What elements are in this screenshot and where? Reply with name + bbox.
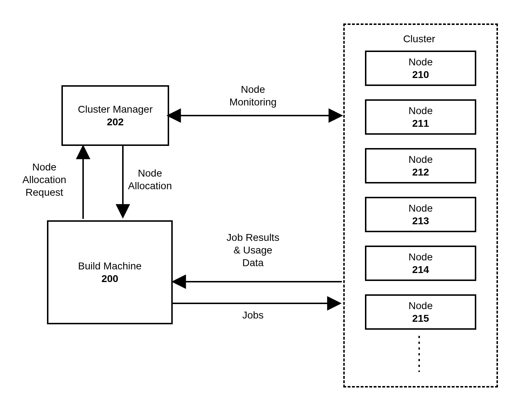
node-211-label: Node <box>409 104 433 117</box>
node-215-label: Node <box>409 299 433 312</box>
node-210-label: Node <box>409 56 433 68</box>
node-allocation-label: Node Allocation <box>128 167 172 192</box>
jobs-label: Jobs <box>242 309 263 321</box>
build-machine-box: Build Machine 200 <box>47 220 173 324</box>
node-214-number: 214 <box>412 263 429 276</box>
node-214-label: Node <box>409 251 433 263</box>
cluster-manager-label: Cluster Manager <box>78 103 153 116</box>
node-215-number: 215 <box>412 312 429 325</box>
node-211-number: 211 <box>412 117 429 130</box>
node-212-box: Node 212 <box>365 148 476 183</box>
node-213-box: Node 213 <box>365 197 476 232</box>
build-machine-number: 200 <box>102 272 119 285</box>
node-210-box: Node 210 <box>365 51 476 86</box>
node-213-label: Node <box>409 202 433 215</box>
node-210-number: 210 <box>412 68 429 81</box>
diagram-canvas: Cluster Manager 202 Build Machine 200 Cl… <box>0 0 516 420</box>
job-results-usage-label: Job Results & Usage Data <box>227 231 279 269</box>
cluster-title: Cluster <box>403 33 435 45</box>
node-212-label: Node <box>409 153 433 166</box>
node-213-number: 213 <box>412 215 429 227</box>
node-212-number: 212 <box>412 166 429 178</box>
build-machine-label: Build Machine <box>78 260 142 272</box>
node-214-box: Node 214 <box>365 246 476 281</box>
node-allocation-request-label: Node Allocation Request <box>22 161 66 199</box>
node-211-box: Node 211 <box>365 99 476 135</box>
node-215-box: Node 215 <box>365 294 476 330</box>
cluster-manager-number: 202 <box>107 116 124 128</box>
node-monitoring-label: Node Monitoring <box>229 83 277 108</box>
cluster-manager-box: Cluster Manager 202 <box>61 85 169 146</box>
